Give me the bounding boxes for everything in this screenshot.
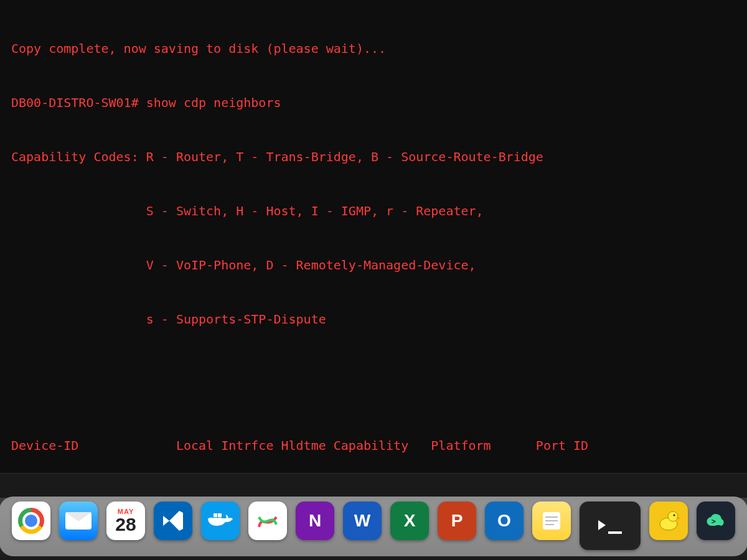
dock-app-cyberduck[interactable]	[649, 502, 688, 540]
dock-app-outlook[interactable]: O	[485, 502, 524, 540]
dock-app-onenote[interactable]: N	[296, 502, 334, 540]
transfer-statusbar: 5 secs (0 bytes/sec)	[0, 473, 747, 498]
freeform-icon	[255, 508, 280, 533]
dock-app-powerpoint[interactable]: P	[438, 502, 476, 540]
calendar-day: 28	[115, 515, 136, 534]
powerpoint-icon: P	[451, 511, 463, 531]
dock-region: MAY 28 N W X P	[0, 498, 747, 560]
outlook-icon: O	[497, 511, 511, 531]
terminal-line: s - Supports-STP-Dispute	[11, 310, 736, 329]
desktop: Copy complete, now saving to disk (pleas…	[0, 0, 747, 560]
dock-app-docker[interactable]	[201, 502, 240, 540]
dock: MAY 28 N W X P	[0, 497, 747, 556]
dock-app-excel[interactable]: X	[390, 502, 429, 540]
terminal-line: DB00-DISTRO-SW01# show cdp neighbors	[11, 94, 736, 112]
word-icon: W	[354, 511, 370, 531]
envelope-icon	[65, 512, 92, 530]
notes-icon	[539, 508, 564, 533]
duck-icon	[655, 508, 682, 534]
dock-app-freeform[interactable]	[248, 502, 287, 540]
dock-app-word[interactable]: W	[343, 502, 382, 540]
dock-app-chrome[interactable]	[12, 502, 50, 540]
svg-point-11	[674, 515, 675, 516]
svg-rect-4	[218, 513, 222, 517]
dock-app-mail[interactable]	[59, 502, 98, 540]
svg-rect-3	[214, 513, 217, 517]
svg-text:>_: >_	[712, 517, 721, 526]
terminal-line: S - Switch, H - Host, I - IGMP, r - Repe…	[11, 202, 736, 220]
cloud-terminal-icon: >_	[703, 508, 729, 534]
cdp-header: Device-ID Local Intrfce Hldtme Capabilit…	[11, 437, 736, 455]
dock-app-notes[interactable]	[532, 502, 571, 540]
dock-app-calendar[interactable]: MAY 28	[106, 502, 145, 540]
dock-app-termius[interactable]: >_	[697, 502, 735, 540]
chrome-icon	[18, 508, 44, 534]
terminal-line: V - VoIP-Phone, D - Remotely-Managed-Dev…	[11, 256, 736, 274]
whale-icon	[207, 511, 234, 530]
terminal-line: Copy complete, now saving to disk (pleas…	[11, 40, 736, 58]
terminal-window[interactable]: Copy complete, now saving to disk (pleas…	[0, 0, 747, 483]
dock-app-vscode[interactable]	[154, 502, 192, 540]
onenote-icon: N	[309, 511, 321, 531]
excel-icon: X	[404, 511, 416, 531]
terminal-icon	[598, 512, 622, 538]
terminal-line: Capability Codes: R - Router, T - Trans-…	[11, 148, 736, 166]
svg-point-10	[668, 511, 678, 521]
dock-app-terminal[interactable]	[580, 502, 641, 550]
vscode-icon	[161, 508, 186, 533]
